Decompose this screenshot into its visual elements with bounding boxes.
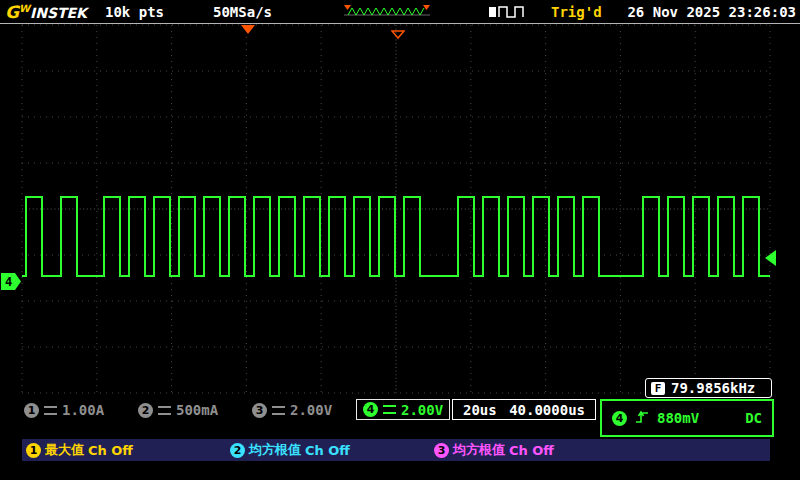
trigger-source-badge: 4 [612,411,627,426]
memory-right-marker-icon [423,5,430,10]
dc-coupling-icon [272,406,285,415]
top-status-bar: GWINSTEK 10k pts 50MSa/s Trig'd 26 Nov 2… [0,0,800,24]
brand-logo: GWINSTEK [5,2,87,22]
dc-coupling-icon [44,406,57,415]
expansion-center-marker-icon [391,25,405,44]
channel3-scale: 2.00V [290,402,332,418]
timebase-status[interactable]: 20us 40.0000us [452,399,596,420]
dc-coupling-icon [158,406,171,415]
trigger-coupling: DC [745,410,762,426]
measurement3-badge: 3 [434,443,449,458]
sample-rate: 50MSa/s [213,4,272,20]
measurement3-label: 均方根值 [453,441,505,459]
channel4-scale: 2.00V [401,402,443,418]
channel4-badge: 4 [363,402,378,417]
frequency-badge: F [651,382,665,395]
channel2-scale: 500mA [176,402,218,418]
memory-position-indicator[interactable] [344,3,430,19]
measurement1-label: 最大值 [45,441,84,459]
measurement1-badge: 1 [26,443,41,458]
trigger-position-marker-icon[interactable] [241,25,255,34]
measurement1-value: Ch Off [88,443,133,458]
memory-depth: 10k pts [105,4,164,20]
channel4-ground-label: 4 [5,275,12,289]
channel3-status[interactable]: 3 2.00V [252,401,332,419]
measurement-slot-1[interactable]: 1 最大值 Ch Off [26,442,133,458]
trigger-source-pulse-icon [487,4,527,20]
trigger-status: Trig'd [551,4,602,20]
channel4-status[interactable]: 4 2.00V [356,399,450,420]
datetime: 26 Nov 2025 23:26:03 [627,4,796,20]
dc-coupling-icon [383,405,396,414]
channel3-badge: 3 [252,403,267,418]
measurement-slot-3[interactable]: 3 均方根值 Ch Off [434,442,554,458]
channel2-badge: 2 [138,403,153,418]
timebase-position: 40.0000us [509,402,585,418]
measurement3-value: Ch Off [509,443,554,458]
frequency-value: 79.9856kHz [671,380,755,396]
measurement2-badge: 2 [230,443,245,458]
measurement-bar: 1 最大值 Ch Off 2 均方根值 Ch Off 3 均方根值 Ch Off [22,439,770,461]
channel1-scale: 1.00A [62,402,104,418]
logo-g: G [5,2,19,22]
rising-edge-icon [635,409,649,428]
measurement-slot-2[interactable]: 2 均方根值 Ch Off [230,442,350,458]
measurement2-value: Ch Off [305,443,350,458]
frequency-counter: F 79.9856kHz [645,378,772,398]
logo-w: W [19,3,30,14]
oscilloscope-screen: GWINSTEK 10k pts 50MSa/s Trig'd 26 Nov 2… [0,0,800,480]
trigger-level-arrow-icon[interactable] [765,250,776,266]
channel2-status[interactable]: 2 500mA [138,401,218,419]
timebase-scale: 20us [463,402,497,418]
channel1-status[interactable]: 1 1.00A [24,401,104,419]
channel1-badge: 1 [24,403,39,418]
trigger-level: 880mV [657,410,699,426]
logo-instek: INSTEK [30,5,87,21]
measurement2-label: 均方根值 [249,441,301,459]
memory-waveform-preview-icon [348,8,424,15]
trigger-settings[interactable]: 4 880mV DC [600,399,774,437]
memory-left-marker-icon [344,5,351,10]
